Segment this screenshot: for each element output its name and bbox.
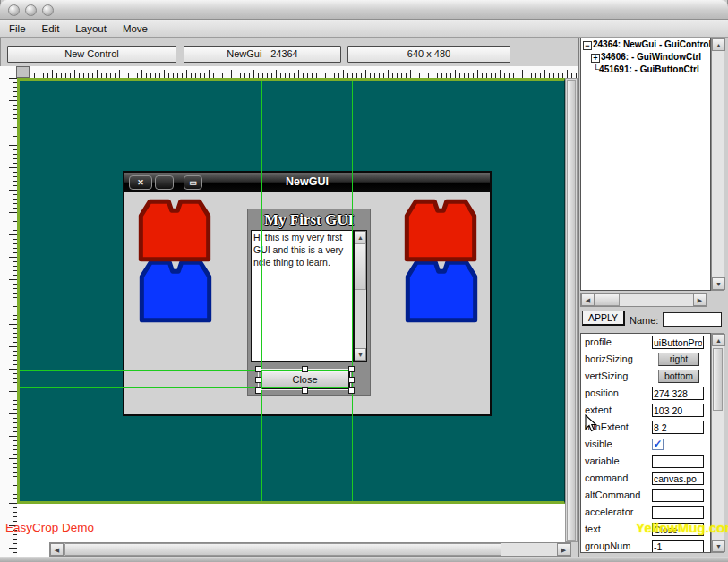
position-field[interactable] <box>652 387 704 400</box>
scroll-left-icon[interactable]: ◀ <box>50 543 64 556</box>
menu-layout[interactable]: Layout <box>75 23 107 34</box>
selection-handle-w[interactable] <box>255 377 261 383</box>
name-label: Name: <box>630 315 658 326</box>
panel-text-area[interactable]: Hi this is my very first GUI and this is… <box>251 230 354 362</box>
lego-brick-blue-right <box>404 259 479 323</box>
tree-vertical-scrollbar[interactable]: ▲ ▼ <box>711 38 724 291</box>
window-titlebar[interactable] <box>0 0 728 20</box>
tree-item-guicontrol[interactable]: −24364: NewGui - GuiControl <box>581 38 710 51</box>
tree-item-guiwindowctrl[interactable]: +34606: - GuiWindowCtrl <box>581 51 710 64</box>
guide-vertical-right[interactable] <box>352 81 353 501</box>
yellowmug-watermark: YellowMug.com <box>636 520 728 535</box>
minextent-field[interactable] <box>652 421 704 434</box>
minimize-traffic-light-icon[interactable] <box>25 4 37 16</box>
tree-item-label: 24364: NewGui - GuiControl <box>593 39 710 49</box>
extent-field[interactable] <box>652 404 704 417</box>
canvas-horizontal-scrollbar[interactable]: ◀ ▶ <box>49 542 571 557</box>
variable-field[interactable] <box>652 455 704 468</box>
gui-tree[interactable]: −24364: NewGui - GuiControl +34606: - Gu… <box>580 38 711 291</box>
selection-handle-n[interactable] <box>302 366 308 372</box>
tree-collapse-icon[interactable]: − <box>583 41 592 50</box>
prop-label-altcommand: altCommand <box>585 487 640 504</box>
name-input[interactable] <box>663 312 722 327</box>
zoom-traffic-light-icon[interactable] <box>42 4 54 16</box>
scroll-up-icon[interactable]: ▲ <box>712 334 725 346</box>
prop-label-horizsizing: horizSizing <box>585 351 633 368</box>
menu-move[interactable]: Move <box>123 23 148 34</box>
prop-label-profile: profile <box>585 334 612 351</box>
tree-item-label: 34606: - GuiWindowCtrl <box>601 52 701 62</box>
command-field[interactable] <box>652 472 704 485</box>
current-gui-button[interactable]: NewGui - 24364 <box>184 46 341 63</box>
selection-handle-ne[interactable] <box>348 366 355 372</box>
prop-label-command: command <box>585 470 628 487</box>
gui-window-title: NewGUI <box>124 175 490 188</box>
prop-label-accelerator: accelerator <box>585 504 633 521</box>
tree-item-guibuttonctrl[interactable]: └451691: - GuiButtonCtrl <box>581 64 710 76</box>
tree-horizontal-scrollbar[interactable]: ◀ ▶ <box>580 293 707 307</box>
prop-label-vertsizing: vertSizing <box>585 368 628 385</box>
scroll-left-icon[interactable]: ◀ <box>581 294 595 306</box>
prop-label-variable: variable <box>585 453 620 470</box>
selection-handle-nw[interactable] <box>255 366 261 372</box>
altcommand-field[interactable] <box>652 489 704 502</box>
lego-brick-red-right <box>403 198 478 262</box>
scrollbar-thumb[interactable] <box>713 348 723 411</box>
visible-checkbox[interactable]: ✓ <box>652 439 664 450</box>
edited-gui-titlebar[interactable]: ✕ — ▭ NewGUI <box>124 173 490 192</box>
canvas-vertical-scrollbar[interactable] <box>565 78 578 542</box>
prop-label-groupnum: groupNum <box>585 538 630 553</box>
vertsizing-button[interactable]: bottom <box>658 370 699 383</box>
horizsizing-button[interactable]: right <box>658 353 699 366</box>
scroll-down-icon[interactable]: ▼ <box>355 348 366 361</box>
prop-label-visible: visible <box>585 436 612 453</box>
close-traffic-light-icon[interactable] <box>8 4 20 16</box>
window-footer <box>0 557 728 562</box>
menu-file[interactable]: File <box>9 23 26 34</box>
accelerator-field[interactable] <box>652 506 704 519</box>
ruler-corner <box>16 66 30 78</box>
scroll-down-icon[interactable]: ▼ <box>712 277 725 290</box>
mouse-cursor-icon <box>585 414 597 432</box>
ruler-vertical <box>0 78 17 557</box>
selection-handle-se[interactable] <box>348 387 355 394</box>
scrollbar-thumb[interactable] <box>64 543 501 556</box>
prop-label-text: text <box>585 521 601 538</box>
toolbar-separator <box>0 64 578 64</box>
menu-bar: File Edit Layout Move <box>0 20 728 38</box>
scroll-right-icon[interactable]: ▶ <box>557 543 570 556</box>
ruler-horizontal <box>0 66 578 78</box>
scroll-down-icon[interactable]: ▼ <box>712 540 725 552</box>
selection-handle-e[interactable] <box>348 377 355 383</box>
apply-button[interactable]: APPLY <box>582 311 625 326</box>
guide-vertical-left[interactable] <box>261 81 262 501</box>
panel-text-scrollbar[interactable]: ▲ ▼ <box>354 230 367 362</box>
scrollbar-thumb[interactable] <box>355 243 366 290</box>
selection-handle-sw[interactable] <box>255 387 261 394</box>
new-control-button[interactable]: New Control <box>7 46 176 63</box>
profile-field[interactable] <box>652 336 704 349</box>
prop-label-position: position <box>585 385 619 402</box>
scroll-right-icon[interactable]: ▶ <box>693 294 707 306</box>
tree-item-label: 451691: - GuiButtonCtrl <box>599 64 699 74</box>
scroll-up-icon[interactable]: ▲ <box>712 38 725 51</box>
groupnum-field[interactable] <box>652 540 704 553</box>
selection-handle-s[interactable] <box>302 387 308 394</box>
app-window: File Edit Layout Move New Control NewGui… <box>0 0 728 562</box>
lego-brick-blue-left <box>138 259 213 323</box>
lego-brick-red-left <box>137 198 212 262</box>
tree-expand-icon[interactable]: + <box>591 54 600 63</box>
resolution-button[interactable]: 640 x 480 <box>347 46 510 63</box>
scroll-up-icon[interactable]: ▲ <box>355 231 366 243</box>
menu-edit[interactable]: Edit <box>42 23 60 34</box>
easycrop-watermark: EasyCrop Demo <box>5 521 94 534</box>
scrollbar-thumb[interactable] <box>595 294 620 306</box>
scrollbar-thumb[interactable] <box>567 80 576 541</box>
